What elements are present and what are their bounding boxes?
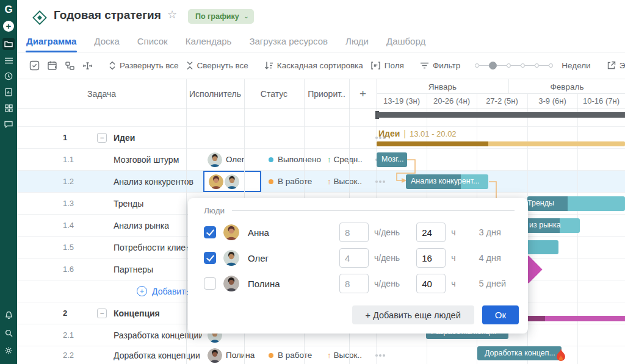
plus-circle-icon: + bbox=[137, 286, 147, 296]
add-column-button[interactable]: + bbox=[349, 79, 377, 109]
person-checkbox[interactable] bbox=[204, 252, 216, 264]
project-status-badge[interactable]: По графику⌄ bbox=[188, 9, 254, 24]
deadline-icon[interactable] bbox=[43, 58, 61, 73]
hours-per-day-unit: ч/день bbox=[374, 253, 400, 263]
project-diamond-icon bbox=[31, 9, 49, 29]
task-name[interactable]: Тренды bbox=[114, 193, 143, 214]
comments-icon[interactable] bbox=[2, 118, 15, 130]
priority-cell[interactable]: ↑Средн.. bbox=[321, 149, 366, 170]
tab-list[interactable]: Список bbox=[137, 32, 168, 52]
priority-cell[interactable]: ↑Высок.. bbox=[321, 171, 366, 192]
column-header-priority[interactable]: Приорит.. bbox=[304, 79, 349, 109]
row-number: 1.6 bbox=[63, 259, 90, 280]
task-bar-competitor-analysis[interactable]: Анализ конкурент... bbox=[406, 174, 488, 189]
hours-per-day-input[interactable] bbox=[339, 248, 369, 268]
task-name[interactable]: Мозговой штурм bbox=[114, 149, 179, 170]
export-button[interactable]: Экспорт bbox=[603, 59, 625, 73]
tab-diagram[interactable]: Диаграмма bbox=[26, 32, 77, 52]
hours-per-day-input[interactable] bbox=[339, 223, 369, 242]
priority-cell[interactable]: ↑Высок.. bbox=[321, 346, 366, 364]
tab-calendar[interactable]: Календарь bbox=[185, 32, 233, 52]
task-name[interactable]: Анализ рынка bbox=[114, 215, 169, 236]
assignee-cell[interactable]: Олег bbox=[203, 149, 261, 170]
week-header: 13-19 (3н) bbox=[377, 94, 427, 109]
person-row-polina: Полина ч/день ч 5 дней bbox=[204, 274, 515, 293]
task-bar-trends[interactable]: Тренды bbox=[527, 196, 625, 211]
hierarchy-icon[interactable] bbox=[61, 59, 79, 73]
tab-board[interactable]: Доска bbox=[93, 32, 120, 52]
task-name[interactable]: Концепция bbox=[114, 302, 160, 324]
collapse-group-button[interactable]: − bbox=[97, 133, 107, 143]
project-summary-row bbox=[17, 109, 625, 127]
total-hours-input[interactable] bbox=[416, 274, 446, 293]
add-more-people-button[interactable]: + Добавить еще людей bbox=[352, 305, 474, 324]
group-bar-ideas[interactable] bbox=[377, 141, 625, 146]
duration-label: 4 дня bbox=[479, 253, 500, 263]
settings-gear-icon[interactable] bbox=[2, 344, 15, 357]
cascade-sort-button[interactable]: Каскадная сортировка bbox=[261, 59, 367, 73]
task-bar-concept-rework[interactable]: Доработка концеп... bbox=[477, 346, 562, 360]
create-project-button[interactable]: + bbox=[3, 21, 14, 32]
hours-unit: ч bbox=[451, 227, 455, 237]
row-number: 2.1 bbox=[63, 324, 90, 346]
app-sidebar: G + bbox=[0, 0, 17, 364]
assignee-cell[interactable]: Полина bbox=[203, 346, 261, 364]
row-number: 2 bbox=[63, 302, 90, 324]
reports-icon[interactable] bbox=[2, 86, 15, 98]
search-icon[interactable] bbox=[2, 327, 15, 339]
task-list-icon[interactable] bbox=[2, 54, 15, 66]
task-name[interactable]: Партнеры bbox=[114, 259, 153, 280]
table-row-1-1[interactable]: 1.1 Мозговой штурм Олег Выполнено ↑Средн… bbox=[17, 149, 625, 171]
bulk-select-icon[interactable] bbox=[26, 58, 43, 73]
rename-cursor-icon[interactable] bbox=[79, 59, 96, 73]
status-cell[interactable]: В работе bbox=[261, 171, 321, 192]
task-name[interactable]: Доработка концепции bbox=[114, 346, 200, 364]
hours-per-day-input[interactable] bbox=[339, 274, 369, 293]
tab-workload[interactable]: Загрузка ресурсов bbox=[248, 32, 328, 52]
collapse-group-button[interactable]: − bbox=[97, 309, 107, 318]
row-number: 1.3 bbox=[63, 193, 90, 214]
priority-arrow-icon: ↑ bbox=[327, 351, 331, 360]
zoom-level-label: Недели bbox=[558, 59, 594, 73]
column-header-status[interactable]: Статус bbox=[244, 79, 304, 109]
fields-button[interactable]: Поля bbox=[367, 59, 408, 73]
status-cell[interactable]: В работе bbox=[261, 346, 321, 364]
header-divider bbox=[17, 109, 625, 109]
status-cell[interactable]: Выполнено bbox=[261, 149, 321, 170]
project-header: Годовая стратегия ☆ По графику⌄ bbox=[17, 0, 625, 32]
avatar bbox=[225, 174, 239, 189]
ok-button[interactable]: Ок bbox=[482, 305, 519, 324]
row-menu-icon[interactable] bbox=[366, 346, 394, 364]
tab-people[interactable]: Люди bbox=[345, 32, 369, 52]
person-checkbox[interactable] bbox=[204, 277, 216, 290]
projects-folder-icon[interactable] bbox=[2, 38, 15, 50]
week-header: 20-26 (4н) bbox=[427, 94, 477, 109]
row-menu-icon[interactable] bbox=[366, 171, 394, 192]
group-bar-concept[interactable] bbox=[519, 316, 625, 321]
filter-button[interactable]: Фильтр bbox=[416, 59, 464, 73]
expand-all-button[interactable]: Развернуть все bbox=[105, 59, 182, 73]
avatar bbox=[208, 152, 222, 167]
task-name[interactable]: Анализ конкурентов bbox=[114, 171, 193, 192]
total-hours-input[interactable] bbox=[416, 248, 446, 268]
avatar bbox=[223, 276, 239, 291]
notifications-bell-icon[interactable] bbox=[2, 309, 15, 321]
total-hours-input[interactable] bbox=[416, 223, 446, 242]
column-header-task[interactable]: Задача bbox=[17, 79, 186, 109]
timeline-zoom-slider[interactable] bbox=[475, 62, 553, 70]
project-summary-bar[interactable] bbox=[377, 112, 625, 118]
table-row-1-2-selected[interactable]: 1.2 Анализ конкурентов В работе ↑Высок.. bbox=[17, 171, 625, 193]
status-dot bbox=[269, 353, 273, 358]
collapse-all-button[interactable]: Свернуть все bbox=[182, 59, 252, 73]
person-checkbox[interactable] bbox=[204, 226, 216, 238]
assignee-cell-selected[interactable] bbox=[203, 171, 261, 192]
task-bar-brainstorm[interactable]: Мозг... bbox=[377, 152, 407, 167]
column-header-assignee[interactable]: Исполнитель bbox=[186, 79, 244, 109]
people-popup: Люди Анна ч/день ч 3 дня Олег ч/день ч 4… bbox=[188, 198, 528, 334]
tab-dashboard[interactable]: Дашборд bbox=[386, 32, 426, 52]
history-clock-icon[interactable] bbox=[2, 70, 15, 82]
favorite-star-icon[interactable]: ☆ bbox=[167, 8, 177, 21]
portfolio-grid-icon[interactable] bbox=[2, 102, 15, 114]
task-name[interactable]: Идеи bbox=[114, 127, 135, 148]
avatar bbox=[223, 250, 239, 266]
